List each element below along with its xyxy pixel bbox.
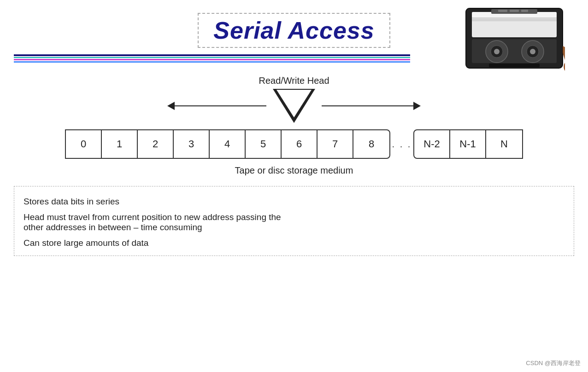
- line-blue: [14, 61, 410, 63]
- svg-rect-18: [510, 10, 519, 12]
- svg-point-12: [530, 49, 535, 54]
- info-box: Stores data bits in series Head must tra…: [14, 186, 574, 256]
- page-title: Serial Access: [198, 13, 390, 48]
- right-arrow: [322, 102, 421, 110]
- svg-rect-4: [472, 19, 557, 20]
- info-line-1: Stores data bits in series: [24, 194, 564, 209]
- cell-1: 1: [102, 130, 138, 158]
- watermark: CSDN @西海岸老登: [526, 359, 581, 367]
- triangle-container: [270, 89, 318, 123]
- rw-head-label: Read/Write Head: [259, 76, 329, 86]
- left-arrowhead: [167, 102, 175, 110]
- info-line-2: Head must travel from current position t…: [24, 209, 564, 235]
- tape-row: 0 1 2 3 4 5 6 7 8 . . . N-2 N-1 N: [65, 129, 523, 159]
- line-teal: [14, 57, 410, 58]
- cell-0: 0: [66, 130, 102, 158]
- svg-rect-3: [472, 17, 557, 18]
- info-line-3: Can store large amounts of data: [24, 235, 564, 251]
- cell-7: 7: [318, 130, 353, 158]
- cell-6: 6: [282, 130, 318, 158]
- left-arrow-line: [174, 105, 266, 106]
- line-purple: [14, 59, 410, 60]
- cells-right-group: N-2 N-1 N: [413, 129, 523, 159]
- right-arrow-line: [322, 105, 414, 106]
- svg-rect-13: [489, 64, 540, 67]
- left-arrow: [167, 102, 266, 110]
- cell-4: 4: [210, 130, 246, 158]
- svg-rect-19: [521, 10, 528, 12]
- cell-3: 3: [174, 130, 210, 158]
- cassette-svg: [464, 5, 565, 76]
- right-arrowhead: [413, 102, 421, 110]
- line-dark-blue: [14, 54, 410, 56]
- svg-point-14: [564, 58, 565, 75]
- tape-label: Tape or disc storage medium: [235, 165, 353, 176]
- svg-point-9: [494, 49, 500, 54]
- decorative-lines: [14, 54, 410, 63]
- diagram-section: Read/Write Head 0 1 2 3 4 5 6 7 8: [0, 76, 588, 176]
- cassette-image: [464, 5, 565, 78]
- arrow-triangle-row: [167, 89, 421, 123]
- cell-n2: N-2: [414, 130, 450, 158]
- cell-n1: N-1: [450, 130, 486, 158]
- cell-5: 5: [246, 130, 282, 158]
- cell-2: 2: [138, 130, 174, 158]
- cell-8: 8: [353, 130, 389, 158]
- cell-n: N: [486, 130, 522, 158]
- triangle-inner: [276, 90, 312, 117]
- cells-left-group: 0 1 2 3 4 5 6 7 8: [65, 129, 390, 159]
- triangle-down: [273, 89, 315, 123]
- svg-rect-5: [472, 20, 557, 21]
- tape-gap: . . .: [390, 139, 413, 150]
- svg-rect-17: [498, 10, 507, 12]
